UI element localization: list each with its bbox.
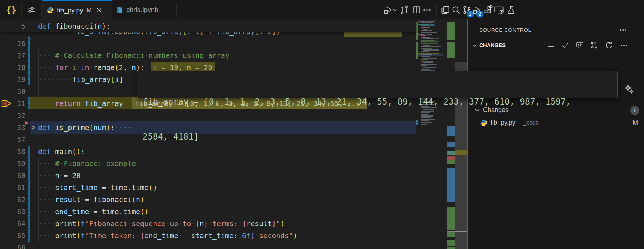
braces-icon[interactable]: {} [4, 4, 18, 16]
minimap-line [421, 32, 437, 33]
code-line-61[interactable]: 61····start_time·=·time.time() [0, 182, 416, 194]
tab-label: fib_py.py [57, 6, 83, 14]
code-text: ········fib_array.append(fib_array[i-1]·… [38, 32, 280, 37]
changes-count-badge: 1 [630, 106, 639, 115]
changes-section-header[interactable]: CHANGES [479, 42, 506, 48]
minimap-line [421, 35, 426, 36]
minimap-line [423, 67, 436, 68]
line-number[interactable]: 27 [9, 49, 25, 61]
line-number[interactable]: 32 [9, 109, 25, 121]
code-text: ····result·=·fibonacci(n) [38, 194, 144, 206]
sidebar-more-icon[interactable] [618, 26, 628, 34]
minimap-line [435, 38, 439, 39]
minimap-line [427, 34, 432, 35]
tab-chris-ipynb[interactable]: chris.ipynb [112, 0, 176, 19]
notebook-icon [117, 6, 123, 13]
extensions-icon[interactable] [481, 4, 494, 16]
code-line-62[interactable]: 62····result·=·fibonacci(n) [0, 194, 416, 206]
line-number[interactable]: 58 [9, 146, 25, 158]
code-text: ····return·fib_array [38, 97, 123, 109]
minimap-line [421, 51, 429, 52]
line-number[interactable]: 64 [9, 218, 25, 230]
minimap-line [421, 46, 441, 47]
code-text: ····n·=·20 [38, 170, 80, 182]
debug-value-tooltip: fib_array = [0, 1, 1, 2, 3, 5, 8, 13, 21… [137, 71, 618, 98]
ruler-annotation [447, 207, 455, 230]
minimap-line [418, 24, 429, 25]
minimap-line [421, 64, 437, 65]
line-number[interactable]: 63 [9, 206, 25, 218]
python-icon [47, 7, 54, 14]
divider [436, 3, 437, 17]
line-number[interactable]: 57 [9, 134, 25, 146]
minimap-line [421, 41, 439, 42]
line-number[interactable]: 59 [9, 158, 25, 170]
sticky-scroll-line[interactable]: 5def fibonacci(n): [0, 20, 416, 32]
more-actions-icon[interactable] [619, 40, 629, 51]
tooltip-line-1: fib_array = [0, 1, 1, 2, 3, 5, 8, 13, 21… [143, 96, 612, 108]
minimap-line [423, 29, 427, 30]
minimap-line [421, 54, 432, 55]
code-line-65[interactable]: 65····print(f"Time·taken:·{end_time·-·st… [0, 230, 416, 242]
chevron-down-icon[interactable] [471, 42, 478, 49]
minimap-line [421, 40, 435, 41]
line-number[interactable]: 60 [9, 170, 25, 182]
tab-bar: {} fib_py.py M chris.ipynb [0, 0, 644, 19]
minimap-line [421, 65, 427, 66]
ruler-annotation [447, 42, 455, 58]
run-or-debug-icon[interactable] [381, 4, 398, 16]
monitor-icon[interactable] [493, 4, 505, 16]
line-number[interactable]: 62 [9, 194, 25, 206]
code-line-27[interactable]: 27····#·Calculate·Fibonacci·numbers·usin… [0, 49, 416, 61]
minimap-line [423, 62, 433, 63]
ruler-annotation [447, 168, 455, 202]
minimap-line [423, 58, 437, 59]
code-line-66[interactable]: 66 [0, 242, 416, 249]
code-line-60[interactable]: 60····n·=·20 [0, 170, 416, 182]
line-number[interactable]: 28 [9, 61, 25, 73]
line-number[interactable]: 61 [9, 182, 25, 194]
minimap-git-strip [416, 22, 418, 40]
compare-changes-icon[interactable] [399, 4, 410, 16]
line-number[interactable]: 5 [9, 20, 25, 32]
tab-fib_py[interactable]: fib_py.py M [42, 0, 112, 19]
code-text: ····for·i·in·range(2,·n): [38, 61, 144, 73]
fold-chevron-icon[interactable] [30, 125, 36, 130]
sliders-icon[interactable] [25, 5, 37, 15]
tab-modified-badge: M [86, 7, 92, 14]
line-number[interactable]: 30 [9, 85, 25, 97]
line-number[interactable]: 33 [9, 121, 25, 134]
clipped-code-line: ········fib_array.append(fib_array[i-1]·… [0, 32, 416, 37]
ruler-cursor-line [447, 231, 468, 232]
view-as-list-icon[interactable] [546, 40, 556, 51]
git-status-modified: M [633, 119, 638, 126]
split-editor-icon[interactable] [411, 4, 422, 16]
create-pull-request-icon[interactable] [589, 40, 600, 51]
commit-check-icon[interactable] [560, 40, 571, 51]
debug-inline-value-highlight [344, 32, 402, 37]
refresh-icon[interactable] [604, 40, 614, 51]
divider [21, 3, 22, 17]
code-text: ····#·Calculate·Fibonacci·numbers·using·… [38, 49, 229, 61]
code-line-26[interactable]: 26 [0, 37, 416, 49]
ruler-annotation [447, 22, 455, 40]
line-number[interactable]: 66 [9, 242, 25, 249]
code-text: ····end_time·=·time.time() [38, 206, 149, 218]
minimap-line [423, 45, 430, 46]
line-number[interactable]: 65 [9, 230, 25, 242]
minimap-line [418, 21, 425, 22]
code-text: ····#·Fibonacci·example [38, 158, 136, 170]
more-actions-icon[interactable] [422, 4, 432, 16]
comment-code-icon[interactable] [574, 40, 585, 51]
line-number[interactable]: 26 [9, 37, 25, 49]
line-number[interactable]: 29 [9, 73, 25, 85]
code-text: def fibonacci(n): [38, 20, 110, 32]
code-line-64[interactable]: 64····print(f"Fibonacci·sequence·up·to·{… [0, 218, 416, 230]
code-line-63[interactable]: 63····end_time·=·time.time() [0, 206, 416, 218]
sparkle-icon[interactable] [623, 83, 635, 95]
sticky-range-flag-icon [24, 120, 29, 126]
debug-current-line-breakpoint-icon[interactable] [1, 99, 12, 108]
divider [176, 3, 177, 17]
beaker-icon[interactable] [505, 4, 517, 16]
close-icon[interactable] [96, 7, 102, 13]
